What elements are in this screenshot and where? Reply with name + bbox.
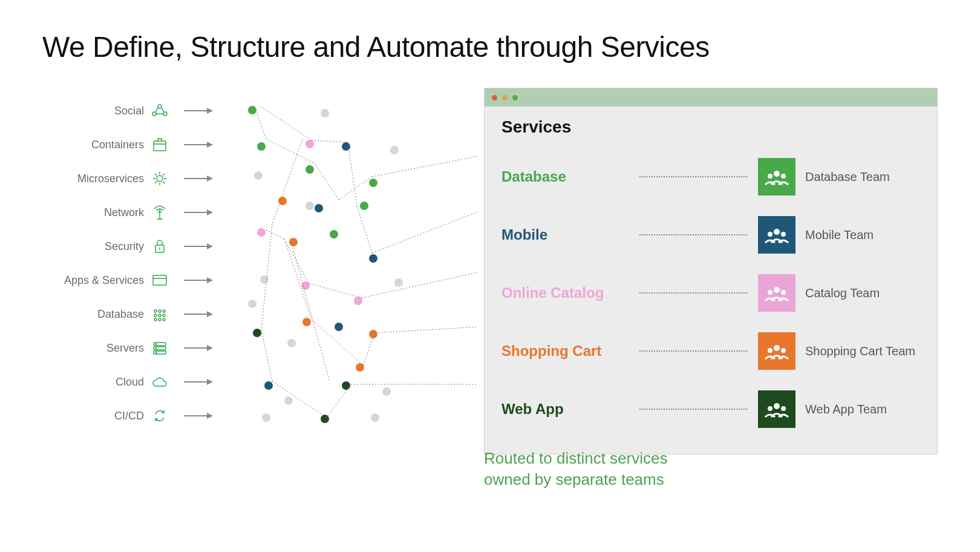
scatter-dot	[330, 230, 338, 238]
category-row: Containers	[42, 128, 218, 162]
gear-icon	[150, 169, 169, 188]
scatter-plot	[224, 94, 454, 457]
team-icon	[758, 158, 795, 196]
service-name: Web App	[501, 401, 629, 418]
social-icon	[150, 101, 169, 120]
scatter-dot	[284, 396, 293, 405]
arrow-icon	[181, 342, 218, 354]
category-label: Database	[97, 308, 144, 321]
arrow-icon	[181, 240, 218, 252]
container-icon	[150, 135, 169, 154]
category-label: Microservices	[77, 172, 144, 185]
category-list: SocialContainersMicroservicesNetworkSecu…	[42, 88, 218, 524]
scatter-dot	[257, 142, 266, 151]
scatter-dot	[382, 387, 391, 396]
scatter-dot	[301, 281, 310, 290]
scatter-dot	[257, 228, 266, 237]
arrow-icon	[181, 376, 218, 388]
panel-body: Services DatabaseDatabase TeamMobileMobi…	[485, 107, 937, 454]
service-name: Mobile	[501, 226, 629, 243]
scatter-dot	[394, 278, 403, 287]
service-name: Database	[501, 168, 629, 185]
footer-line2: owned by separate teams	[484, 469, 667, 490]
service-row: Online CatalogCatalog Team	[501, 264, 920, 322]
scatter-dot	[254, 171, 263, 180]
dotted-connector	[639, 292, 747, 294]
scatter-dot	[264, 381, 273, 390]
scatter-dot	[305, 165, 314, 174]
scatter-dot	[315, 204, 323, 212]
arrow-icon	[181, 139, 218, 151]
lock-icon	[150, 237, 169, 256]
panel-title: Services	[501, 117, 920, 137]
scatter-dot	[305, 140, 314, 148]
scatter-dot	[369, 254, 377, 263]
category-row: Apps & Services	[42, 263, 218, 297]
service-row: Shopping CartShopping Cart Team	[501, 322, 920, 380]
scatter-dot	[335, 323, 343, 331]
category-label: Social	[114, 105, 144, 117]
arrow-icon	[181, 172, 218, 185]
category-label: Security	[105, 240, 144, 253]
service-name: Online Catalog	[501, 284, 629, 301]
scatter-dot	[360, 202, 368, 210]
category-label: Apps & Services	[64, 274, 144, 287]
category-label: Containers	[91, 139, 144, 151]
service-row: MobileMobile Team	[501, 206, 920, 264]
category-row: CI/CD	[42, 399, 218, 433]
category-row: Social	[42, 94, 218, 128]
arrow-icon	[181, 274, 218, 286]
team-label: Web App Team	[805, 402, 920, 416]
category-row: Microservices	[42, 162, 218, 196]
dotted-connector	[639, 409, 747, 410]
team-label: Mobile Team	[805, 228, 920, 242]
scatter-dot	[354, 297, 362, 305]
category-label: CI/CD	[114, 410, 144, 422]
team-icon	[758, 216, 795, 254]
database-icon	[150, 304, 169, 324]
arrow-icon	[181, 206, 218, 218]
scatter-dot	[287, 339, 296, 347]
network-icon	[150, 203, 169, 222]
services-panel: Services DatabaseDatabase TeamMobileMobi…	[484, 88, 938, 455]
scatter-dot	[371, 413, 379, 422]
scatter-dot	[342, 381, 350, 390]
dotted-connector	[639, 234, 747, 235]
service-row: DatabaseDatabase Team	[501, 148, 920, 206]
scatter-dot	[305, 202, 314, 210]
arrow-icon	[181, 308, 218, 320]
scatter-dot	[321, 415, 329, 423]
scatter-dot	[248, 300, 256, 308]
scatter-dot	[321, 109, 329, 117]
slide: We Define, Structure and Automate throug…	[0, 0, 980, 552]
team-icon	[758, 274, 795, 312]
category-label: Network	[104, 206, 144, 219]
arrow-icon	[181, 410, 218, 422]
slide-title: We Define, Structure and Automate throug…	[42, 30, 938, 64]
footer-note: Routed to distinct services owned by sep…	[484, 448, 667, 490]
scatter-dot	[356, 363, 364, 372]
team-label: Catalog Team	[805, 286, 920, 300]
category-label: Cloud	[116, 376, 144, 389]
arrow-icon	[181, 105, 218, 117]
scatter-dot	[278, 197, 287, 205]
dotted-connector	[639, 350, 747, 352]
category-row: Database	[42, 297, 218, 331]
cloud-icon	[150, 372, 169, 392]
scatter-dot	[260, 275, 269, 284]
dotted-connector	[639, 176, 747, 177]
service-name: Shopping Cart	[501, 343, 629, 360]
service-row: Web AppWeb App Team	[501, 380, 920, 438]
category-row: Cloud	[42, 365, 218, 399]
cycle-icon	[150, 406, 169, 426]
scatter-dot	[289, 238, 298, 246]
category-row: Security	[42, 229, 218, 263]
window-icon	[150, 271, 169, 290]
scatter-dot	[262, 413, 270, 422]
category-row: Network	[42, 196, 218, 229]
scatter-dot	[253, 329, 261, 337]
scatter-dot	[390, 146, 399, 154]
traffic-light-close-icon	[492, 95, 497, 100]
scatter-dot	[302, 318, 311, 326]
category-row: Servers	[42, 331, 218, 365]
